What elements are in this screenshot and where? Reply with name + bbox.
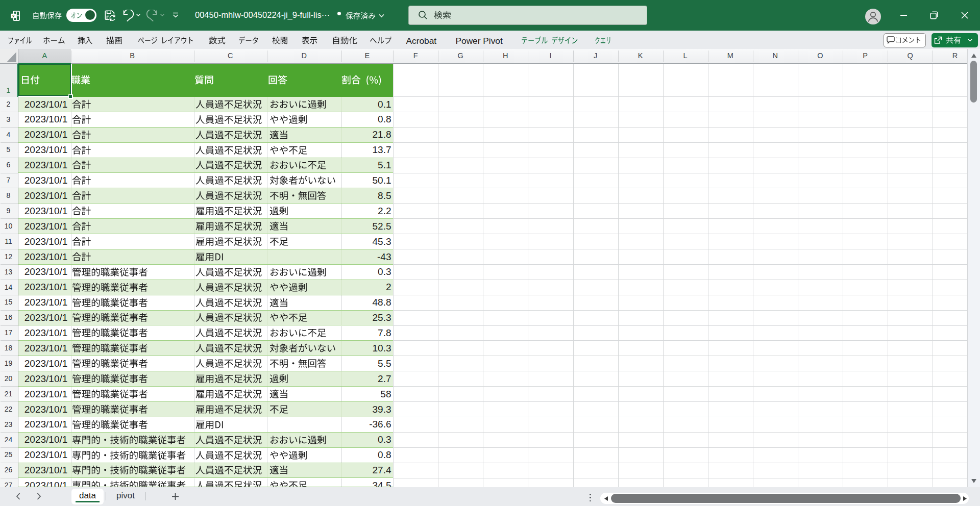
svg-text:x: x [12,13,15,18]
